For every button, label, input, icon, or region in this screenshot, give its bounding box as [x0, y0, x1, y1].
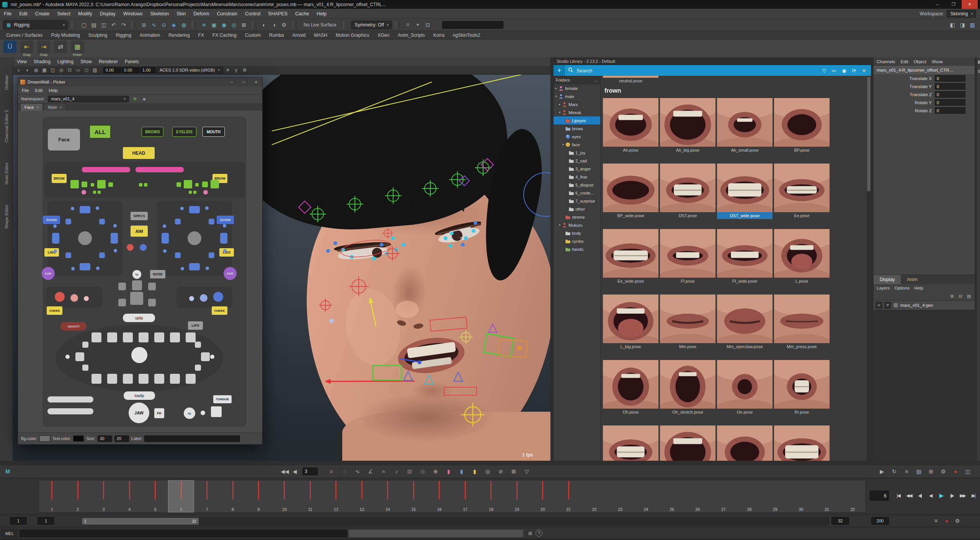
new-item-button[interactable]: +: [554, 65, 565, 76]
picker-menu-help[interactable]: Help: [49, 88, 58, 93]
pose-item[interactable]: [774, 425, 830, 461]
pivot-icon[interactable]: ⌖: [413, 20, 422, 29]
eyelid-corner-control[interactable]: [65, 219, 71, 224]
tool-settings-toggle-icon[interactable]: ◨: [958, 20, 967, 29]
layer-row[interactable]: V P mars_v01_4:geo: [874, 301, 975, 310]
folder-item-lipsync[interactable]: Lipsync: [554, 116, 600, 124]
folder-item-5-disgust[interactable]: 5_disgust: [554, 181, 600, 189]
right-ear-button[interactable]: EAR: [224, 267, 237, 280]
screen-capture-icon[interactable]: ◧: [977, 59, 980, 64]
eyelid-corner-control[interactable]: [175, 252, 181, 258]
picker-close-button[interactable]: ✕: [250, 78, 262, 86]
fk-button[interactable]: FK: [154, 408, 164, 418]
attribute-editor-toggle-icon[interactable]: ◧: [948, 20, 957, 29]
lower-lip-ring-control[interactable]: [91, 374, 101, 384]
gamma-field[interactable]: 0.00: [122, 67, 139, 73]
character-set-icon[interactable]: ≡: [932, 517, 940, 525]
menu-set-select[interactable]: ▦Rigging▾: [3, 20, 68, 29]
mouth-center-control[interactable]: [131, 347, 147, 363]
lock-channel-icon[interactable]: ⊠: [509, 467, 518, 476]
head-button[interactable]: HEAD: [123, 147, 155, 159]
pose-item[interactable]: [717, 425, 773, 461]
anim-preferences-icon[interactable]: ⚙: [953, 517, 962, 525]
upper-lip-control[interactable]: [148, 283, 156, 290]
side-tab-node-editor[interactable]: Node Editor: [4, 162, 9, 185]
open-scene-icon[interactable]: ▤: [89, 20, 98, 29]
lower-lip-ring-control[interactable]: [123, 374, 133, 384]
redo-icon[interactable]: ↷: [119, 20, 128, 29]
namespace-select[interactable]: mars_v01_4▾: [48, 96, 129, 102]
channel-box-menu-object[interactable]: Object: [913, 59, 926, 64]
pose-item-l_big-pose[interactable]: L_big.pose: [603, 295, 658, 350]
shelf-tab-arnold[interactable]: Arnold: [292, 33, 306, 38]
snap-view-plane-icon[interactable]: ◈: [169, 20, 178, 29]
eyelid-dot-control[interactable]: [163, 249, 167, 253]
save-scene-icon[interactable]: ◫: [99, 20, 108, 29]
pose-item-ah_big-pose[interactable]: Ah_big.pose: [660, 98, 715, 154]
resolution-gate-icon[interactable]: ◻: [83, 67, 90, 74]
search-input[interactable]: [576, 67, 819, 74]
menu-item-control[interactable]: Control: [245, 11, 260, 16]
left-cheek-main-control[interactable]: [55, 292, 65, 302]
folder-item-hands[interactable]: hands: [554, 245, 600, 253]
new-empty-layer-icon[interactable]: ⊞: [949, 293, 956, 299]
folder-item-eyes[interactable]: eyes: [554, 133, 600, 141]
eyelid-control[interactable]: [52, 233, 59, 244]
list-view-icon[interactable]: ≡: [902, 467, 911, 476]
eyelid-dot-control[interactable]: [181, 267, 184, 270]
brows-button[interactable]: BROWS: [142, 127, 163, 137]
viewport-menu-panels[interactable]: Panels: [125, 59, 139, 64]
bookmark-icon[interactable]: ▤: [977, 68, 980, 74]
channel-box-menu-edit[interactable]: Edit: [901, 59, 908, 64]
brow-control[interactable]: [82, 182, 87, 187]
tree-arrow-icon[interactable]: ▸: [554, 87, 558, 90]
pose-item-bp-pose[interactable]: BP.pose: [774, 98, 830, 154]
right-eye-aim-control[interactable]: [140, 244, 147, 251]
left-cheek-mid-control[interactable]: [70, 294, 78, 302]
snap-grid-icon[interactable]: ⊞: [139, 20, 149, 29]
upper-lip-ring-control[interactable]: [107, 332, 117, 342]
label-field[interactable]: [144, 435, 240, 442]
snap-curve-icon[interactable]: ∿: [149, 20, 158, 29]
side-tab-shape-editor[interactable]: Shape Editor: [4, 205, 9, 229]
bookmark-blue-icon[interactable]: ▮: [457, 467, 466, 476]
menu-item-modify[interactable]: Modify: [78, 11, 92, 16]
brow-control[interactable]: [211, 180, 219, 188]
size-field-2[interactable]: 20: [114, 435, 129, 442]
left-cheek-button[interactable]: CHEEK: [47, 306, 62, 315]
mouth-button[interactable]: MOUTH: [203, 127, 225, 137]
size-field-1[interactable]: 30: [98, 435, 112, 442]
gate-mask-icon[interactable]: ▧: [91, 67, 99, 74]
layer-name[interactable]: mars_v01_4:geo: [900, 303, 933, 308]
squetch-button[interactable]: squetch: [60, 322, 87, 331]
picker-tab-face[interactable]: Face✕: [20, 103, 43, 111]
menu-item-file[interactable]: File: [4, 11, 11, 16]
eyelid-control[interactable]: [220, 233, 227, 244]
lowlip-button[interactable]: lowlip: [124, 391, 155, 400]
shelf-tab-rumba[interactable]: Rumba: [269, 33, 284, 38]
pose-item-ff-pose[interactable]: Ff.pose: [660, 229, 715, 285]
pose-item-mm_press-pose[interactable]: Mm_press.pose: [774, 295, 830, 350]
layer-color-swatch[interactable]: [893, 303, 898, 308]
gamma-icon[interactable]: γ: [232, 67, 240, 74]
step-back-icon[interactable]: ◀: [290, 467, 299, 476]
upper-lip-control[interactable]: [132, 280, 142, 290]
eyelid-dot-control[interactable]: [54, 249, 57, 253]
attribute-value-field[interactable]: 0: [935, 75, 965, 82]
menu-item-display[interactable]: Display: [100, 11, 116, 16]
tongue-tip-button[interactable]: tip: [184, 407, 195, 419]
brow-control[interactable]: [176, 182, 181, 187]
left-socket-button[interactable]: Socket: [43, 216, 60, 224]
all-button[interactable]: ALL: [89, 125, 111, 139]
tongue-base-control[interactable]: [211, 406, 222, 417]
shelf-tab-custom[interactable]: Custom: [245, 33, 261, 38]
folder-item-male[interactable]: ▾male: [554, 92, 600, 100]
tree-arrow-icon[interactable]: ▾: [558, 223, 562, 227]
scale-field[interactable]: 1.00: [140, 67, 155, 73]
layer-tab-display[interactable]: Display: [874, 275, 901, 284]
playback-end-field[interactable]: 32: [831, 517, 849, 525]
right-cheek-small-control[interactable]: [189, 296, 194, 301]
folder-item-body[interactable]: body: [554, 229, 600, 237]
eyelid-dot-control[interactable]: [223, 224, 226, 227]
select-key-icon[interactable]: ◇: [418, 467, 427, 476]
